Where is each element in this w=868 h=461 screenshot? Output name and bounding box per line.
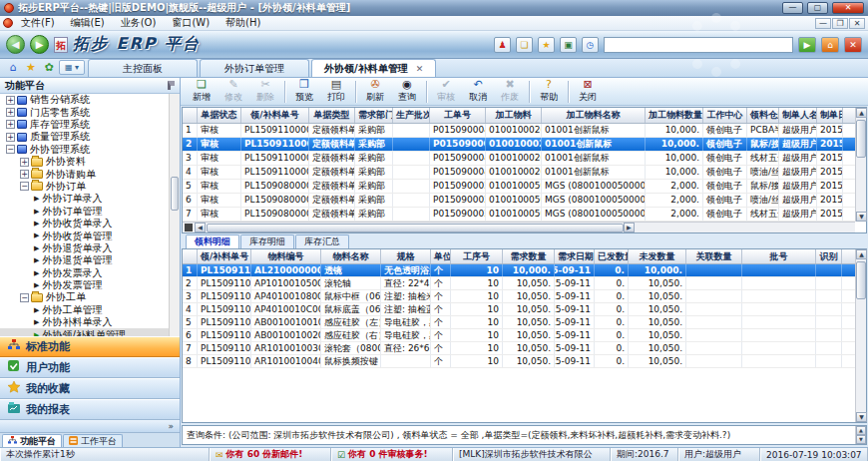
collapse-icon[interactable]: − (20, 182, 29, 191)
column-header-领/补料单号[interactable]: 领/补料单号 (241, 108, 309, 123)
column-header-需求部门[interactable]: 需求部门 (355, 108, 393, 123)
column-header-单据状态[interactable]: 单据状态 (198, 108, 241, 123)
org-shortcut-icon[interactable]: ♟ (494, 37, 511, 53)
column-header-需求数量[interactable]: 需求数量 (503, 249, 555, 263)
toolbar-button-打印[interactable]: ▤打印 (320, 79, 352, 105)
tree-scrollbar[interactable] (169, 94, 180, 336)
tree-item-销售分销系统[interactable]: +销售分销系统 (0, 94, 180, 106)
tree-item-外协领/补料单管理[interactable]: ▶外协领/补料单管理 (0, 328, 180, 336)
sidebar-panel-用户功能[interactable]: 用户功能 (0, 357, 180, 378)
tree-item-外协请购单[interactable]: +外协请购单 (0, 168, 180, 180)
detail-row[interactable]: 2PL15091100002AP1010010500900滚轮轴直径: 22*4… (183, 277, 855, 290)
tree-item-外协订单管理[interactable]: ▶外协订单管理 (0, 206, 180, 218)
toolbar-button-预览[interactable]: ❒预览 (288, 79, 320, 105)
column-header-识别[interactable]: 识别 (816, 249, 842, 263)
document-tab-0[interactable]: 主控面板 (88, 59, 198, 77)
detail-row[interactable]: 3PL15091100002AP4010010800500鼠标中框（06001注… (183, 290, 855, 303)
column-header-未发数量[interactable]: 未发数量 (629, 249, 686, 263)
close-button[interactable]: ✕ (832, 2, 864, 14)
sidebar-panel-我的报表[interactable]: 我的报表 (0, 399, 180, 420)
column-header-工作中心[interactable]: 工作中心 (703, 108, 747, 123)
panel-chevron[interactable]: » (0, 420, 180, 433)
favorite-star-icon[interactable]: ★ (538, 37, 555, 53)
home-button[interactable]: ⌂ (821, 37, 839, 53)
splitter-handle[interactable] (185, 224, 193, 231)
detail-tab-库存明细[interactable]: 库存明细 (240, 234, 294, 248)
collapse-icon[interactable]: − (6, 145, 15, 154)
order-row[interactable]: 7审核PL15090800003定额领料单采购部P015090002-10100… (183, 208, 855, 222)
query-scrollbar[interactable]: ▲▼ (855, 426, 866, 444)
detail-row[interactable]: 6PL15091100002AB0010010020300感应硅胶（右）导电硅胶… (183, 329, 855, 342)
sidebar-panel-标准功能[interactable]: 标准功能 (0, 336, 180, 357)
flower-icon[interactable]: ✿ (41, 60, 57, 75)
column-header-领料仓库[interactable]: 领料仓库 (747, 108, 779, 123)
status-audit[interactable]: ☑ 你有 0 件审核事务! (331, 448, 453, 461)
expand-icon[interactable]: + (20, 158, 29, 167)
order-row[interactable]: 5审核PL15090800002定额领料单采购部P015090002-10100… (183, 180, 855, 194)
column-header-规格[interactable]: 规格 (381, 249, 431, 263)
tree-item-外协退货单录入[interactable]: ▶外协退货单录入 (0, 242, 180, 254)
detail-row[interactable]: 5PL15091100002AB0010010010300感应硅胶（左）0导电硅… (183, 316, 855, 329)
tree-item-外协收货单管理[interactable]: ▶外协收货单管理 (0, 230, 180, 241)
toolbar-button-取消[interactable]: ↶取消 (462, 79, 494, 105)
maximize-button[interactable]: ▢ (807, 2, 828, 14)
detail-grid-vscrollbar[interactable]: ▲▼ (855, 249, 866, 422)
tree-item-外协发票管理[interactable]: ▶外协发票管理 (0, 279, 180, 291)
child-minimize-button[interactable]: — (815, 18, 831, 29)
column-header-物料编号[interactable]: 物料编号 (251, 249, 321, 263)
tree-item-外协订单[interactable]: −外协订单 (0, 181, 180, 193)
minimize-button[interactable]: — (782, 2, 803, 14)
column-header-制单日[interactable]: 制单日 (817, 108, 843, 123)
toolbar-button-新增[interactable]: ❏新增 (186, 79, 217, 105)
detail-row[interactable]: 7PL15091100002AR1010010030200滚轮套（08001，直… (183, 342, 855, 355)
tree-item-外协订单录入[interactable]: ▶外协订单录入 (0, 193, 180, 205)
column-header-领/补料单号[interactable]: 领/补料单号 (198, 249, 251, 263)
order-row[interactable]: 6审核PL15090800004定额领料单采购部P015090002-10100… (183, 194, 855, 208)
detail-row[interactable]: 1PL15091100002AL210000000000透镜无色透明浴太个101… (183, 264, 855, 277)
detail-row[interactable]: 4PL15091100002AP4010010C00000鼠标底盖（06001注… (183, 303, 855, 316)
sidebar-tab-工作平台[interactable]: 工作平台 (63, 434, 123, 447)
tree-item-外协工单[interactable]: −外协工单 (0, 291, 180, 303)
status-mail[interactable]: ✉ 你有 60 份新邮件! (210, 448, 331, 461)
column-header-加工物料[interactable]: 加工物料 (486, 108, 542, 123)
document-tab-2[interactable]: 外协领/补料单管理✕ (311, 59, 436, 77)
expand-icon[interactable]: + (6, 96, 15, 105)
tree-item-质量管理系统[interactable]: +质量管理系统 (0, 131, 180, 143)
column-header-关联数量[interactable]: 关联数量 (686, 249, 742, 263)
document-tab-1[interactable]: 外协订单管理 (200, 59, 309, 77)
toolbar-button-查询[interactable]: ◉查询 (391, 79, 423, 105)
column-header-生产批次[interactable]: 生产批次 (393, 108, 430, 123)
column-header-加工物料数量[interactable]: 加工物料数量 (646, 108, 703, 123)
back-button[interactable]: ◀ (6, 35, 25, 54)
detail-tab-库存汇总[interactable]: 库存汇总 (295, 234, 349, 248)
detail-row[interactable]: 8PL15091100002AR1010010040000鼠标换频按键（0551… (183, 355, 855, 368)
column-header-工序号[interactable]: 工序号 (451, 249, 503, 263)
tree-item-外协资料[interactable]: +外协资料 (0, 156, 180, 168)
go-button[interactable]: ▶ (798, 37, 816, 53)
column-header-需求日期[interactable]: 需求日期 (555, 249, 595, 263)
detail-tab-领料明细[interactable]: 领料明细 (186, 234, 239, 248)
tree-item-外协发票录入[interactable]: ▶外协发票录入 (0, 266, 180, 278)
order-row[interactable]: 2审核PL15091100002定额领料单采购部P015090004-10100… (183, 138, 855, 152)
child-close-button[interactable]: ✕ (849, 18, 865, 29)
clock-icon[interactable]: ◷ (582, 37, 599, 53)
expand-icon[interactable]: + (6, 120, 15, 129)
pin-icon[interactable] (168, 81, 175, 90)
order-row[interactable]: 3审核PL15091100003定额领料单采购部P015090004-10100… (183, 152, 855, 166)
tree-item-外协补料单录入[interactable]: ▶外协补料单录入 (0, 316, 180, 328)
banner-close-button[interactable]: ✕ (844, 37, 862, 53)
column-header-批号[interactable]: 批号 (742, 249, 816, 263)
tree-item-库存管理系统[interactable]: +库存管理系统 (0, 119, 180, 131)
column-header-物料名称[interactable]: 物料名称 (321, 249, 381, 263)
tree-item-外协管理系统[interactable]: −外协管理系统 (0, 144, 180, 156)
expand-icon[interactable]: + (20, 170, 29, 179)
toolbar-button-关闭[interactable]: ⊠关闭 (572, 79, 604, 105)
toolbar-button-帮助[interactable]: ?帮助 (533, 79, 565, 105)
column-header-单据类型[interactable]: 单据类型 (309, 108, 355, 123)
home-icon[interactable]: ⌂ (5, 60, 21, 75)
order-grid-hscrollbar[interactable]: ◀▶ (183, 222, 855, 232)
monitor-icon[interactable]: ▣ (560, 37, 577, 53)
menu-item-1[interactable]: 编辑(E) (63, 16, 113, 30)
tree-item-外协收货单录入[interactable]: ▶外协收货单录入 (0, 218, 180, 230)
menu-item-0[interactable]: 文件(F) (13, 16, 63, 30)
